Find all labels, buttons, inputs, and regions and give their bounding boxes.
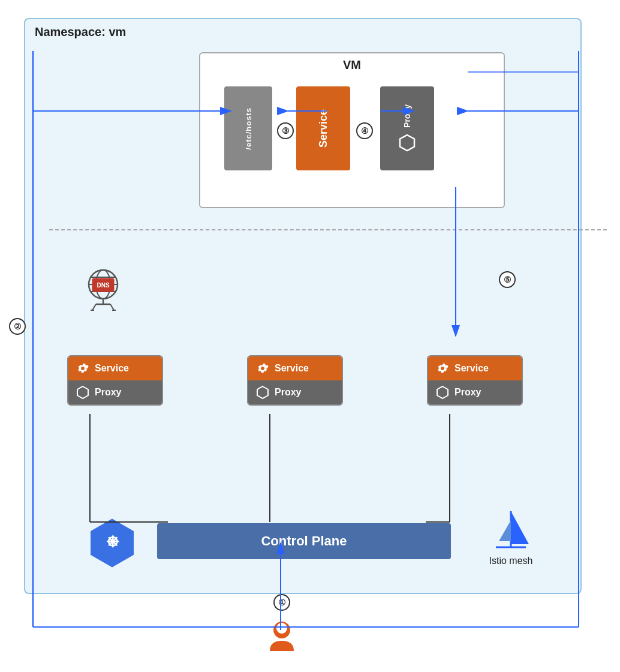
pod-1-hex-icon: [76, 385, 90, 400]
namespace-label: Namespace: vm: [35, 25, 126, 39]
pod-1-proxy-row: Proxy: [68, 380, 162, 404]
diagram-root: Namespace: vm VM /etc/hosts Service Prox…: [0, 0, 620, 672]
pod-3-proxy-row: Proxy: [428, 380, 522, 404]
svg-line-11: [110, 304, 114, 310]
vm-proxy-text: Proxy: [402, 104, 412, 128]
vm-proxy-hex-icon: [398, 133, 417, 152]
pod-3-hex-icon: [435, 385, 450, 400]
pod-3-gear-icon: [435, 361, 450, 376]
svg-marker-15: [257, 386, 268, 398]
pod-1-service-row: Service: [68, 356, 162, 380]
svg-marker-14: [77, 386, 88, 398]
svg-text:DNS: DNS: [97, 282, 109, 289]
etc-hosts-block: /etc/hosts: [224, 86, 272, 170]
svg-line-10: [92, 304, 96, 310]
dashed-divider: [49, 229, 607, 230]
pod-1: Service Proxy: [67, 355, 163, 406]
step-2-circle: ②: [9, 318, 26, 335]
pod-2-hex-icon: [255, 385, 270, 400]
vm-label: VM: [200, 58, 504, 72]
pod-2-gear-icon: [255, 361, 270, 376]
svg-marker-21: [499, 520, 511, 541]
person-icon: [264, 618, 300, 654]
pod-3-service-row: Service: [428, 356, 522, 380]
k8s-icon: ⎈: [85, 516, 139, 570]
pod-2-service-label: Service: [275, 363, 309, 374]
step-3-circle: ③: [277, 122, 294, 139]
step-1-circle: ①: [273, 594, 290, 611]
person-area: ①: [264, 594, 300, 654]
pod-1-proxy-label: Proxy: [95, 387, 121, 398]
svg-point-24: [276, 623, 287, 634]
pod-2-proxy-row: Proxy: [248, 380, 342, 404]
dns-icon: DNS: [79, 265, 127, 313]
svg-marker-0: [400, 135, 414, 151]
pod-2: Service Proxy: [247, 355, 343, 406]
svg-marker-20: [511, 511, 529, 544]
pod-3-proxy-label: Proxy: [455, 387, 481, 398]
step-5-circle: ⑤: [499, 271, 516, 288]
istio-label: Istio mesh: [489, 556, 533, 566]
pod-3: Service Proxy: [427, 355, 523, 406]
pod-2-service-row: Service: [248, 356, 342, 380]
control-plane-bar: Control Plane: [157, 523, 451, 559]
istio-sail-icon: [487, 505, 535, 553]
etc-hosts-text: /etc/hosts: [244, 107, 253, 150]
pod-1-gear-icon: [76, 361, 90, 376]
svg-text:⎈: ⎈: [107, 530, 119, 551]
vm-service-text: Service: [317, 109, 330, 148]
svg-marker-16: [437, 386, 448, 398]
vm-box: VM /etc/hosts Service Proxy ③: [199, 52, 505, 208]
control-plane-label: Control Plane: [261, 533, 347, 549]
namespace-box: Namespace: vm VM /etc/hosts Service Prox…: [24, 18, 582, 594]
vm-proxy-block: Proxy: [380, 86, 434, 170]
vm-service-block: Service: [296, 86, 350, 170]
istio-area: Istio mesh: [487, 505, 535, 566]
pod-3-service-label: Service: [455, 363, 489, 374]
kubernetes-svg: ⎈: [85, 516, 139, 570]
dns-area: DNS: [79, 265, 127, 313]
step-4-circle: ④: [356, 122, 373, 139]
pod-2-proxy-label: Proxy: [275, 387, 301, 398]
pod-1-service-label: Service: [95, 363, 129, 374]
